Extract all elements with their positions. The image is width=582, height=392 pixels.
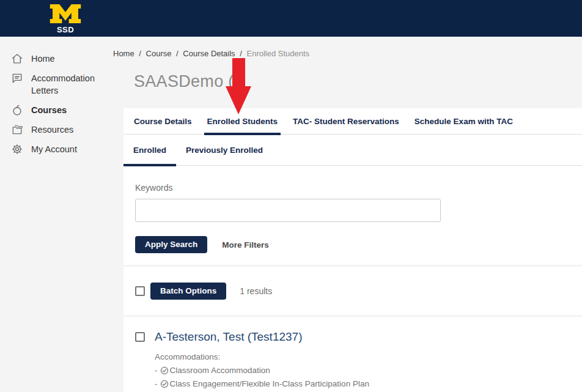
student-row: A-Testerson, Test (Test1237) (135, 330, 570, 344)
subtab-enrolled[interactable]: Enrolled (123, 135, 176, 165)
course-detail-card: Course Details Enrolled Students TAC- St… (123, 108, 582, 265)
more-filters-link[interactable]: More Filters (222, 240, 269, 250)
main-content: Home / Course / Course Details / Enrolle… (113, 37, 582, 392)
sidebar-item-label: Resources (31, 124, 73, 136)
sidebar-item-courses[interactable]: Courses (0, 100, 113, 120)
select-all-checkbox[interactable] (135, 286, 145, 296)
apply-search-button[interactable]: Apply Search (135, 236, 207, 253)
bullet-dash: - (155, 366, 158, 375)
keywords-label: Keywords (135, 183, 570, 193)
enrollment-subtabs: Enrolled Previously Enrolled (123, 135, 582, 166)
breadcrumb-course-details[interactable]: Course Details (183, 49, 235, 58)
check-circle-icon (160, 380, 169, 388)
keywords-input[interactable] (135, 199, 441, 222)
course-tabs: Course Details Enrolled Students TAC- St… (123, 108, 582, 135)
sidebar-item-home[interactable]: Home (0, 49, 113, 68)
page-title: SAASDemo () (134, 70, 582, 92)
sidebar-item-label: Accommodation Letters (31, 72, 102, 97)
tab-schedule-exam-with-tac[interactable]: Schedule Exam with TAC (413, 108, 515, 134)
search-area: Keywords Apply Search More Filters (123, 166, 582, 265)
check-circle-icon (160, 366, 169, 375)
subtab-previously-enrolled[interactable]: Previously Enrolled (176, 135, 273, 165)
breadcrumb-separator: / (240, 49, 242, 58)
gear-icon (11, 143, 23, 155)
breadcrumb-home[interactable]: Home (113, 49, 134, 58)
sidebar-nav: Home Accommodation Letters Courses (0, 37, 113, 392)
breadcrumb-current: Enrolled Students (247, 49, 310, 58)
results-list: A-Testerson, Test (Test1237) Accommodati… (123, 317, 582, 392)
sidebar-item-label: My Account (31, 143, 77, 155)
tab-enrolled-students[interactable]: Enrolled Students (205, 108, 280, 134)
logo-ssd-label: SSD (57, 25, 74, 34)
breadcrumb: Home / Course / Course Details / Enrolle… (113, 49, 582, 58)
breadcrumb-separator: / (176, 49, 179, 58)
sidebar-item-label: Courses (31, 104, 67, 116)
home-icon (11, 53, 23, 65)
bullet-dash: - (155, 379, 158, 388)
accommodations-block: Accommodations: - Classroom Accommodatio… (155, 352, 570, 388)
umich-ssd-logo[interactable]: SSD (46, 2, 84, 34)
accommodation-item: - Class Engagement/Flexible In-Class Par… (155, 379, 570, 388)
student-checkbox[interactable] (135, 332, 145, 342)
batch-options-bar: Batch Options 1 results (123, 267, 582, 315)
breadcrumb-separator: / (139, 49, 141, 58)
top-header: SSD (0, 0, 582, 37)
breadcrumb-course[interactable]: Course (146, 49, 172, 58)
block-m-logo-icon (48, 2, 83, 25)
student-name-link[interactable]: A-Testerson, Test (Test1237) (155, 330, 302, 344)
accommodation-item: - Classroom Accommodation (155, 366, 570, 375)
accommodation-text: Classroom Accommodation (170, 366, 270, 375)
folder-icon (11, 124, 23, 136)
tab-course-details[interactable]: Course Details (132, 108, 194, 134)
sidebar-item-accommodation-letters[interactable]: Accommodation Letters (0, 68, 113, 100)
results-count: 1 results (240, 286, 272, 296)
batch-options-button[interactable]: Batch Options (150, 283, 226, 300)
sidebar-item-label: Home (31, 53, 55, 65)
accommodation-text: Class Engagement/Flexible In-Class Parti… (170, 379, 369, 388)
search-actions: Apply Search More Filters (135, 236, 570, 253)
sidebar-item-resources[interactable]: Resources (0, 120, 113, 139)
tab-tac-student-reservations[interactable]: TAC- Student Reservations (291, 108, 401, 134)
comment-icon (11, 72, 23, 84)
accommodations-label: Accommodations: (155, 352, 570, 361)
main-layout: Home Accommodation Letters Courses (0, 37, 582, 392)
sidebar-item-my-account[interactable]: My Account (0, 139, 113, 159)
app-root: SSD Home Accommodation Letters (0, 0, 582, 392)
apple-icon (11, 104, 23, 116)
